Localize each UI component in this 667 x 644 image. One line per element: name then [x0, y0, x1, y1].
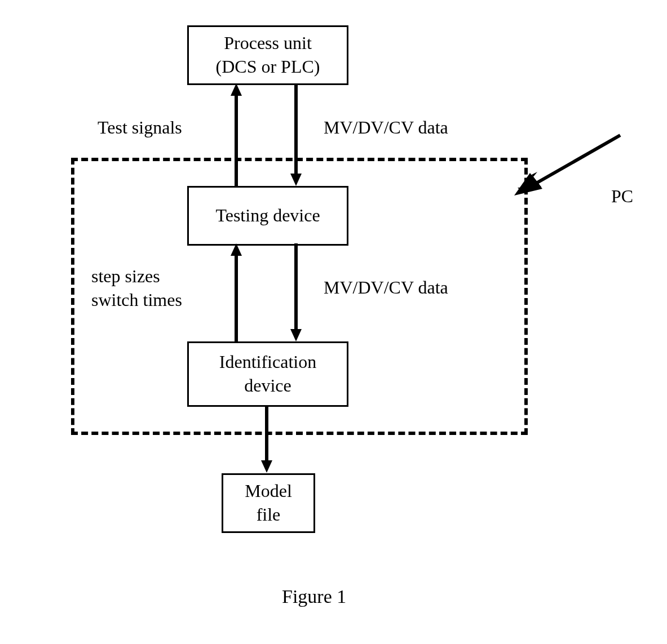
arrow-down-icon — [290, 329, 302, 341]
arrow-down-icon — [261, 460, 272, 473]
arrow-up-icon — [231, 83, 242, 96]
test-signals-label: Test signals — [98, 116, 182, 140]
process-unit-label: Process unit (DCS or PLC) — [216, 32, 320, 78]
diagram-canvas: Process unit (DCS or PLC) Testing device… — [0, 0, 667, 644]
arrow-shaft — [294, 243, 298, 330]
arrow-shaft — [294, 83, 298, 175]
arrow-shaft — [235, 255, 238, 341]
process-unit-box: Process unit (DCS or PLC) — [187, 25, 348, 85]
arrow-shaft — [235, 95, 238, 186]
model-file-label: Model file — [245, 479, 292, 526]
pc-pointer-arrowhead — [496, 127, 626, 206]
step-sizes-label: step sizes switch times — [91, 265, 182, 312]
identification-device-label: Identification device — [219, 350, 316, 397]
testing-device-label: Testing device — [215, 204, 320, 228]
identification-device-box: Identification device — [187, 341, 348, 407]
mvdvcv-top-label: MV/DV/CV data — [324, 116, 448, 140]
mvdvcv-mid-label: MV/DV/CV data — [324, 276, 448, 300]
arrow-shaft — [265, 405, 268, 461]
arrow-down-icon — [290, 174, 302, 186]
model-file-box: Model file — [222, 473, 315, 533]
svg-marker-3 — [514, 173, 542, 196]
testing-device-box: Testing device — [187, 186, 348, 246]
figure-caption: Figure 1 — [282, 586, 346, 607]
arrow-up-icon — [231, 243, 242, 256]
